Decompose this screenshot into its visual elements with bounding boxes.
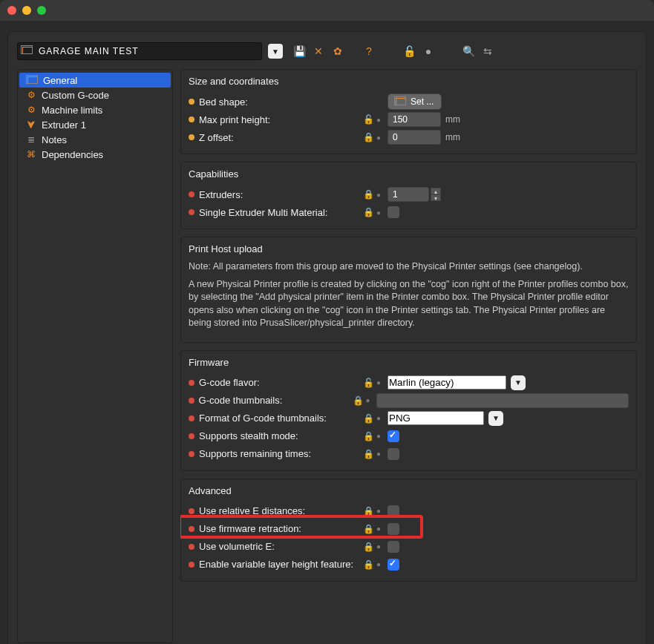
- reset-dot[interactable]: ●: [374, 507, 383, 515]
- row-relative-e: Use relative E distances: 🔒 ●: [189, 502, 629, 520]
- row-firmware-retraction: Use firmware retraction: 🔒 ●: [189, 520, 629, 538]
- notes-icon: ≣: [25, 134, 37, 145]
- mod-bullet: [189, 99, 194, 105]
- cog-outline-icon[interactable]: ✿: [332, 45, 344, 57]
- section-title: Firmware: [189, 357, 629, 368]
- lock-icon[interactable]: 🔒: [353, 395, 364, 406]
- link-icon: ⌘: [25, 148, 37, 160]
- bed-shape-set-button[interactable]: Set ...: [388, 93, 442, 110]
- mod-bullet: [189, 526, 194, 532]
- lock-icon[interactable]: 🔒: [362, 413, 374, 424]
- supports-remaining-checkbox[interactable]: [388, 448, 399, 460]
- reset-dot[interactable]: ●: [374, 450, 383, 458]
- section-print-host-upload: Print Host upload Note: All parameters f…: [180, 237, 637, 343]
- close-window-button[interactable]: [7, 6, 16, 15]
- search-icon[interactable]: 🔍: [462, 45, 474, 57]
- mod-bullet: [189, 562, 194, 568]
- label: Format of G-code thumbnails:: [199, 413, 362, 424]
- section-size-coordinates: Size and coordinates Bed shape: Set ... …: [180, 69, 637, 154]
- lock-icon[interactable]: 🔒: [362, 542, 374, 552]
- help-icon[interactable]: ?: [363, 45, 375, 57]
- step-up[interactable]: ▲: [431, 188, 441, 194]
- minimize-window-button[interactable]: [22, 6, 31, 15]
- nozzle-icon: ⮟: [25, 119, 37, 131]
- reset-dot[interactable]: ●: [374, 432, 383, 440]
- lock-icon[interactable]: 🔒: [362, 189, 374, 200]
- extruders-input[interactable]: [388, 187, 429, 202]
- section-title: Size and coordinates: [189, 76, 629, 87]
- thumbnail-format-select[interactable]: [388, 411, 484, 425]
- section-advanced: Advanced Use relative E distances: 🔒 ● U…: [180, 479, 637, 582]
- compare-icon[interactable]: ⇆: [482, 45, 494, 57]
- supports-stealth-checkbox[interactable]: [388, 430, 399, 442]
- chevron-down-icon[interactable]: ▼: [488, 411, 503, 426]
- firmware-retraction-checkbox[interactable]: [388, 523, 399, 535]
- profile-dropdown-button[interactable]: ▼: [268, 44, 283, 59]
- lock-icon[interactable]: 🔒: [362, 431, 374, 441]
- sidebar-item-machine-limits[interactable]: ⚙ Machine limits: [18, 102, 172, 117]
- step-down[interactable]: ▼: [431, 194, 441, 201]
- sidebar-item-extruder-1[interactable]: ⮟ Extruder 1: [18, 117, 172, 132]
- gcode-flavor-select[interactable]: [388, 375, 506, 390]
- z-offset-input[interactable]: [388, 130, 441, 145]
- lock-icon[interactable]: 🔒: [362, 506, 374, 516]
- label: Supports remaining times:: [199, 448, 362, 459]
- label: Use firmware retraction:: [199, 523, 362, 534]
- bullet-icon[interactable]: ●: [422, 45, 434, 57]
- variable-layer-height-checkbox[interactable]: [388, 559, 399, 571]
- reset-dot[interactable]: ●: [374, 191, 383, 199]
- relative-e-checkbox[interactable]: [388, 505, 399, 517]
- button-label: Set ...: [411, 96, 434, 107]
- zoom-window-button[interactable]: [37, 6, 46, 15]
- reset-dot[interactable]: ●: [374, 134, 383, 142]
- reset-dot[interactable]: ●: [374, 542, 383, 551]
- lock-open-icon[interactable]: 🔓: [362, 114, 374, 125]
- lock-icon[interactable]: 🔒: [362, 449, 374, 459]
- mod-bullet: [189, 508, 194, 514]
- label: Max print height:: [199, 114, 362, 125]
- save-icon[interactable]: 💾: [293, 45, 305, 57]
- label: Enable variable layer height feature:: [199, 559, 362, 570]
- toolbar: GARAGE MAIN TEST ▼ 💾 ✕ ✿ ? 🔓 ● 🔍 ⇆: [17, 41, 637, 62]
- label: Bed shape:: [199, 96, 362, 108]
- sidebar-item-custom-gcode[interactable]: ⚙ Custom G-code: [18, 88, 172, 102]
- settings-sidebar: General ⚙ Custom G-code ⚙ Machine limits…: [17, 69, 173, 643]
- reset-dot[interactable]: ●: [374, 116, 383, 124]
- sidebar-item-label: General: [43, 75, 77, 86]
- max-print-height-input[interactable]: [388, 112, 441, 127]
- reset-dot[interactable]: ●: [374, 414, 383, 422]
- bed-icon: [27, 74, 39, 86]
- lock-icon[interactable]: 🔓: [403, 45, 415, 57]
- label: Supports stealth mode:: [199, 430, 362, 441]
- lock-icon[interactable]: 🔒: [362, 132, 374, 142]
- label: Use relative E distances:: [199, 505, 362, 516]
- chevron-down-icon[interactable]: ▼: [511, 375, 526, 390]
- extruders-stepper[interactable]: ▲▼: [388, 187, 441, 202]
- section-capabilities: Capabilities Extruders: 🔒 ● ▲▼ Single Ex…: [180, 162, 637, 229]
- lock-icon[interactable]: 🔒: [362, 207, 374, 217]
- row-gcode-flavor: G-code flavor: 🔓 ● ▼: [189, 374, 629, 392]
- gcode-thumbnails-input[interactable]: [376, 393, 629, 408]
- label: Use volumetric E:: [199, 541, 362, 552]
- volumetric-e-checkbox[interactable]: [388, 541, 399, 553]
- single-extruder-mm-checkbox[interactable]: [388, 206, 399, 218]
- reset-dot[interactable]: ●: [374, 378, 383, 387]
- mod-bullet: [189, 116, 194, 122]
- delete-icon[interactable]: ✕: [313, 45, 324, 57]
- lock-open-icon[interactable]: 🔓: [362, 378, 374, 388]
- lock-icon[interactable]: 🔒: [362, 559, 374, 570]
- profile-selector[interactable]: GARAGE MAIN TEST: [17, 42, 262, 60]
- lock-icon[interactable]: 🔒: [362, 524, 374, 534]
- reset-dot[interactable]: ●: [364, 396, 372, 404]
- label: G-code thumbnails:: [199, 395, 353, 406]
- bed-icon: [396, 98, 406, 105]
- reset-dot[interactable]: ●: [374, 208, 383, 217]
- unit: mm: [445, 132, 460, 142]
- sidebar-item-dependencies[interactable]: ⌘ Dependencies: [18, 147, 172, 162]
- reset-dot[interactable]: ●: [374, 560, 383, 568]
- unit: mm: [445, 114, 460, 125]
- sidebar-item-general[interactable]: General: [19, 73, 171, 88]
- sidebar-item-notes[interactable]: ≣ Notes: [18, 132, 172, 147]
- mod-bullet: [189, 380, 194, 386]
- reset-dot[interactable]: ●: [374, 525, 383, 533]
